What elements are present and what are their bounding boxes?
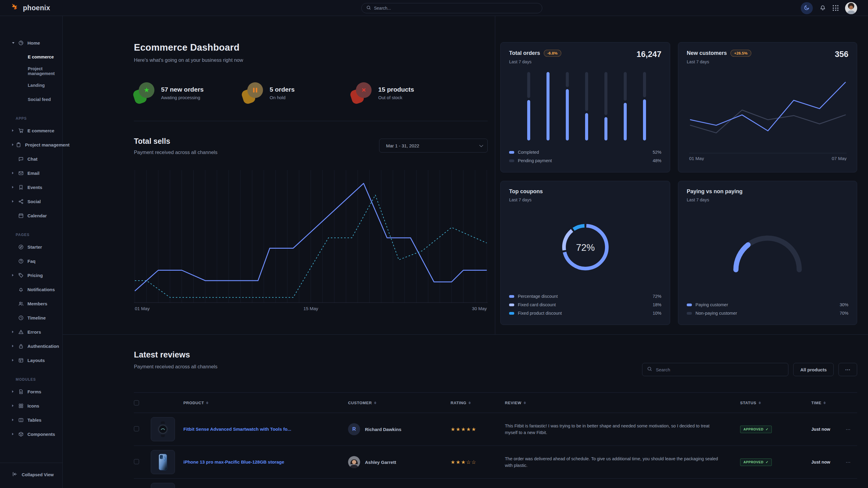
global-search-input[interactable] (374, 6, 537, 10)
caret-right-icon (12, 404, 16, 407)
legend-value: 70% (840, 311, 848, 316)
column-header-product[interactable]: PRODUCT (176, 400, 345, 405)
reviews-more-button[interactable]: ⋯ (838, 363, 857, 376)
total-orders-legend: Completed52%Pending payment48% (509, 148, 661, 165)
legend-swatch (509, 303, 514, 306)
row-checkbox[interactable] (134, 426, 139, 431)
sidebar-subitem-project-management[interactable]: Project management (0, 66, 62, 76)
collapse-view-button[interactable]: Collapsed View (12, 471, 62, 478)
calendar-icon (18, 213, 24, 218)
top-navbar: phoenix (0, 0, 868, 16)
select-all-checkbox[interactable] (134, 400, 139, 405)
sidebar-item-social[interactable]: Social (0, 196, 62, 206)
row-more-button[interactable]: ⋯ (846, 460, 851, 465)
sidebar-item-home[interactable]: Home (0, 38, 62, 48)
reviews-search-input[interactable] (656, 367, 783, 372)
caret-down-icon (12, 42, 16, 44)
sidebar-item-e-commerce[interactable]: E commerce (0, 125, 62, 136)
dashboard-left-column: Ecommerce Dashboard Here's what's going … (134, 16, 495, 334)
legend-label: Non-paying customer (695, 311, 737, 316)
brand[interactable]: phoenix (0, 3, 50, 13)
sidebar-item-label: Calendar (27, 213, 47, 218)
sidebar-item-timeline[interactable]: Timeline (0, 313, 62, 323)
app-root: phoenix (0, 0, 868, 488)
theme-toggle-button[interactable] (801, 2, 813, 14)
global-search[interactable] (361, 3, 542, 13)
sidebar-item-email[interactable]: Email (0, 168, 62, 178)
user-avatar[interactable] (845, 2, 857, 14)
caret-right-icon (12, 129, 16, 132)
sidebar-subitem-social-feed[interactable]: Social feed (0, 94, 62, 104)
top-coupons-card: Top coupons Last 7 days 72% Percentage d… (500, 181, 670, 325)
file-icon (18, 389, 24, 394)
total-sells-chart: 01 May15 May30 May (134, 168, 488, 312)
sidebar-item-label: Errors (27, 329, 41, 334)
stat-15-products: ✕15 productsOut of stock (351, 82, 460, 103)
caret-right-icon (12, 172, 16, 174)
bookmark-icon (18, 185, 24, 190)
sidebar-item-components[interactable]: Components (0, 429, 62, 439)
notifications-button[interactable] (819, 4, 826, 12)
sidebar-item-project-management[interactable]: Project management (0, 139, 62, 150)
caret-right-icon (12, 274, 16, 276)
product-link[interactable]: iPhone 13 pro max-Pacific Blue-128GB sto… (183, 459, 284, 464)
latest-reviews-section: Latest reviews Payment received across a… (63, 334, 868, 488)
product-link[interactable]: Fitbit Sense Advanced Smartwatch with To… (183, 426, 291, 432)
total-orders-bar-chart (521, 71, 650, 142)
sidebar-item-events[interactable]: Events (0, 182, 62, 192)
legend-swatch (509, 151, 514, 154)
sidebar-subitem-e-commerce[interactable]: E commerce (0, 52, 62, 62)
legend-value: 18% (653, 302, 661, 307)
stat-title: 15 products (378, 86, 414, 93)
sidebar-item-pricing[interactable]: Pricing (0, 270, 62, 280)
product-thumbnail[interactable] (151, 417, 175, 441)
column-header-time[interactable]: TIME (806, 400, 846, 405)
stat-subtitle: Out of stock (378, 95, 414, 100)
sidebar-item-faq[interactable]: Faq (0, 256, 62, 266)
row-more-button[interactable]: ⋯ (846, 427, 851, 432)
svg-text:30 May: 30 May (472, 306, 487, 311)
sidebar-item-errors[interactable]: Errors (0, 327, 62, 337)
reviews-search[interactable] (642, 363, 788, 376)
sidebar-item-calendar[interactable]: Calendar (0, 210, 62, 221)
sidebar-item-layouts[interactable]: Layouts (0, 355, 62, 365)
legend-swatch (509, 295, 514, 298)
sidebar-item-label: Pricing (27, 273, 43, 278)
alert-icon (18, 329, 24, 334)
moon-icon (804, 4, 810, 11)
sidebar: HomeE commerceProject managementLandingS… (0, 16, 63, 488)
column-header-customer[interactable]: CUSTOMER (345, 400, 444, 405)
column-header-status[interactable]: STATUS (740, 400, 806, 405)
customer-avatar (348, 456, 360, 468)
caret-right-icon (12, 433, 16, 435)
sidebar-item-label: Starter (27, 245, 42, 250)
sidebar-item-authentication[interactable]: Authentication (0, 341, 62, 351)
date-range-select[interactable]: Mar 1 - 31, 2022 (379, 139, 488, 153)
sidebar-item-notifications[interactable]: Notifications (0, 284, 62, 294)
legend-swatch (687, 312, 692, 315)
column-header-review[interactable]: REVIEW (505, 400, 740, 405)
customer-name: Ashley Garrett (365, 460, 396, 465)
sidebar-item-tables[interactable]: Tables (0, 415, 62, 425)
sidebar-subitem-landing[interactable]: Landing (0, 80, 62, 90)
stat-subtitle: Awating processing (161, 95, 204, 100)
sidebar-item-label: E commerce (27, 128, 54, 133)
sidebar-item-label: Layouts (27, 358, 45, 363)
search-icon (367, 5, 371, 11)
sidebar-item-icons[interactable]: Icons (0, 400, 62, 411)
total-sells-title: Total sells (134, 137, 217, 145)
column-header-rating[interactable]: RATING (444, 400, 505, 405)
legend-swatch (509, 312, 514, 315)
apps-grid-button[interactable] (833, 5, 838, 11)
bell-icon (819, 4, 826, 12)
product-thumbnail[interactable] (151, 450, 175, 474)
sidebar-item-members[interactable]: Members (0, 298, 62, 308)
sidebar-item-chat[interactable]: Chat (0, 154, 62, 164)
status-badge: APPROVED ✓ (740, 426, 772, 433)
all-products-button[interactable]: All products (793, 363, 834, 376)
sort-icon (206, 401, 208, 404)
product-thumbnail[interactable] (151, 483, 175, 488)
row-checkbox[interactable] (134, 459, 139, 464)
sidebar-item-starter[interactable]: Starter (0, 242, 62, 252)
sidebar-item-forms[interactable]: Forms (0, 386, 62, 397)
